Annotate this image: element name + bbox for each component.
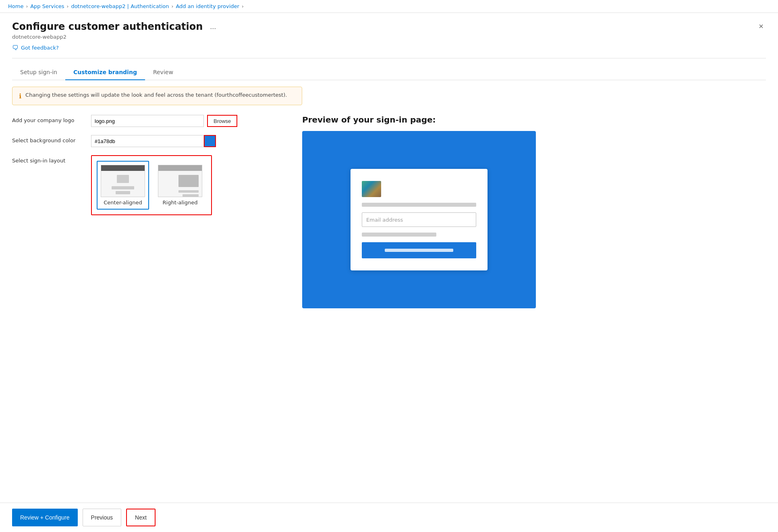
layout-center-label: Center-aligned — [104, 200, 142, 206]
page-subtitle: dotnetcore-webapp2 — [12, 34, 766, 40]
thumb-panel-right — [178, 175, 199, 187]
breadcrumb-app-services[interactable]: App Services — [30, 3, 64, 9]
layout-center-thumbnail — [101, 165, 145, 197]
logo-control: Browse — [91, 115, 237, 127]
preview-title: Preview of your sign-in page: — [302, 115, 766, 125]
thumb-line1-right — [178, 190, 199, 193]
page-header: Configure customer authentication ... × — [12, 21, 766, 32]
color-text-input[interactable] — [91, 135, 204, 147]
bg-color-row: Select background color — [12, 135, 286, 147]
layout-label: Select sign-in layout — [12, 155, 85, 164]
tab-branding[interactable]: Customize branding — [65, 65, 145, 80]
preview-logo — [362, 181, 381, 197]
logo-row: Add your company logo Browse — [12, 115, 286, 127]
logo-label: Add your company logo — [12, 115, 85, 123]
feedback-row[interactable]: 🗨 Got feedback? — [12, 44, 766, 58]
layout-options: Center-aligned Right-aligned — [91, 155, 212, 215]
info-banner: ℹ Changing these settings will update th… — [12, 87, 302, 105]
bottom-bar: Review + Configure Previous Next — [0, 503, 778, 532]
layout-right-label: Right-aligned — [163, 200, 198, 206]
content-layout: Add your company logo Browse Select back… — [12, 115, 766, 308]
info-icon: ℹ — [19, 92, 21, 100]
review-configure-button[interactable]: Review + Configure — [12, 509, 78, 526]
thumb-line2-right — [183, 194, 199, 197]
page-title: Configure customer authentication — [12, 21, 203, 32]
next-button[interactable]: Next — [126, 509, 156, 526]
form-section: Add your company logo Browse Select back… — [12, 115, 286, 223]
thumb-header-center — [101, 165, 145, 171]
color-swatch[interactable] — [204, 135, 216, 147]
thumb-body-right — [158, 171, 202, 197]
preview-section: Preview of your sign-in page: Email addr… — [302, 115, 766, 308]
preview-line-wide-1 — [362, 203, 476, 207]
logo-input[interactable] — [91, 115, 204, 127]
thumb-header-right — [158, 165, 202, 171]
preview-btn-text — [385, 249, 453, 252]
layout-center[interactable]: Center-aligned — [97, 161, 149, 210]
bg-color-label: Select background color — [12, 135, 85, 143]
color-control — [91, 135, 216, 147]
previous-button[interactable]: Previous — [83, 509, 121, 526]
breadcrumb-sep-4: › — [242, 4, 244, 9]
tabs-row: Setup sign-in Customize branding Review — [12, 65, 766, 80]
preview-email-placeholder: Email address — [366, 217, 403, 223]
close-button[interactable]: × — [756, 21, 766, 32]
layout-row: Select sign-in layout Center-align — [12, 155, 286, 215]
breadcrumb-sep-1: › — [26, 4, 28, 9]
ellipsis-button[interactable]: ... — [207, 22, 218, 32]
layout-right-thumbnail — [158, 165, 202, 197]
info-banner-text: Changing these settings will update the … — [25, 92, 287, 98]
preview-email-box: Email address — [362, 212, 476, 227]
breadcrumb-sep-3: › — [172, 4, 174, 9]
preview-card-top — [362, 181, 476, 197]
preview-button — [362, 242, 476, 258]
breadcrumb-home[interactable]: Home — [8, 3, 23, 9]
breadcrumb-webapp[interactable]: dotnetcore-webapp2 | Authentication — [71, 3, 169, 9]
thumb-logo-center — [117, 175, 129, 183]
layout-right[interactable]: Right-aligned — [154, 161, 206, 210]
feedback-icon: 🗨 — [12, 44, 19, 52]
preview-card: Email address — [351, 169, 488, 270]
thumb-line2-center — [116, 191, 131, 194]
browse-button[interactable]: Browse — [207, 115, 237, 127]
thumb-line1-center — [112, 186, 134, 189]
breadcrumb-bar: Home › App Services › dotnetcore-webapp2… — [0, 0, 778, 13]
main-container: Configure customer authentication ... × … — [0, 13, 778, 316]
feedback-label: Got feedback? — [21, 45, 59, 51]
tab-setup[interactable]: Setup sign-in — [12, 65, 65, 80]
page-title-area: Configure customer authentication ... — [12, 21, 218, 32]
thumb-body-center — [101, 171, 145, 197]
breadcrumb-add-idp[interactable]: Add an identity provider — [176, 3, 239, 9]
breadcrumb-sep-2: › — [67, 4, 69, 9]
preview-box: Email address — [302, 131, 536, 308]
preview-line-narrow — [362, 233, 436, 237]
tab-review[interactable]: Review — [145, 65, 181, 80]
